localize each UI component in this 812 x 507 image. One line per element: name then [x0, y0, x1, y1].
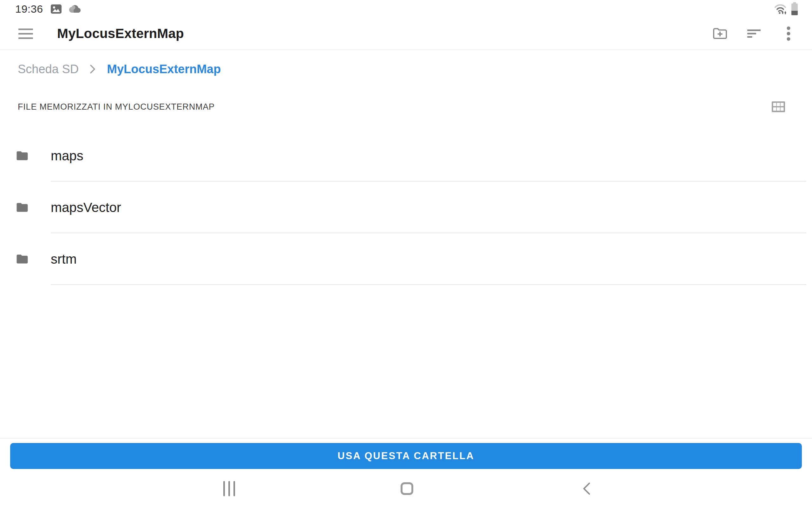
new-folder-icon[interactable]: [712, 26, 728, 41]
status-right-icons: [773, 2, 798, 15]
folder-row-maps[interactable]: maps: [0, 130, 812, 181]
folder-icon: [15, 202, 29, 213]
section-header: FILE MEMORIZZATI IN MYLOCUSEXTERNMAP: [0, 97, 812, 117]
app-bar: MyLocusExternMap: [0, 18, 812, 50]
document-picker-screen: 19:36: [0, 0, 812, 507]
folder-row-mapsvector[interactable]: mapsVector: [0, 181, 812, 233]
chevron-right-icon: [90, 65, 96, 73]
row-divider: [51, 284, 806, 285]
folder-name: maps: [51, 148, 84, 164]
folder-icon: [15, 253, 29, 265]
breadcrumb-root[interactable]: Scheda SD: [18, 62, 79, 76]
folder-icon: [15, 150, 29, 161]
hamburger-menu-icon[interactable]: [18, 27, 34, 40]
app-bar-actions: [712, 26, 796, 41]
wifi-transfer-icon: [773, 3, 787, 15]
photo-notification-icon: [51, 4, 61, 14]
battery-icon: [791, 2, 798, 15]
bottom-action-area: USA QUESTA CARTELLA: [0, 438, 812, 507]
folder-name: srtm: [51, 251, 77, 267]
clock: 19:36: [15, 3, 43, 15]
folder-row-srtm[interactable]: srtm: [0, 233, 812, 285]
use-this-folder-button[interactable]: USA QUESTA CARTELLA: [10, 443, 802, 469]
status-bar: 19:36: [0, 0, 812, 18]
breadcrumb-current[interactable]: MyLocusExternMap: [107, 62, 221, 76]
home-icon[interactable]: [400, 482, 414, 496]
breadcrumb: Scheda SD MyLocusExternMap: [0, 58, 812, 80]
sort-icon[interactable]: [747, 26, 762, 41]
recents-icon[interactable]: [222, 481, 236, 497]
section-label: FILE MEMORIZZATI IN MYLOCUSEXTERNMAP: [18, 102, 215, 112]
folder-name: mapsVector: [51, 200, 121, 215]
page-title: MyLocusExternMap: [57, 26, 184, 41]
back-icon[interactable]: [582, 482, 591, 496]
overflow-menu-icon[interactable]: [781, 26, 796, 41]
cloud-notification-icon: [68, 4, 82, 14]
folder-list: maps mapsVector srtm: [0, 130, 812, 285]
grid-view-icon[interactable]: [772, 101, 785, 112]
